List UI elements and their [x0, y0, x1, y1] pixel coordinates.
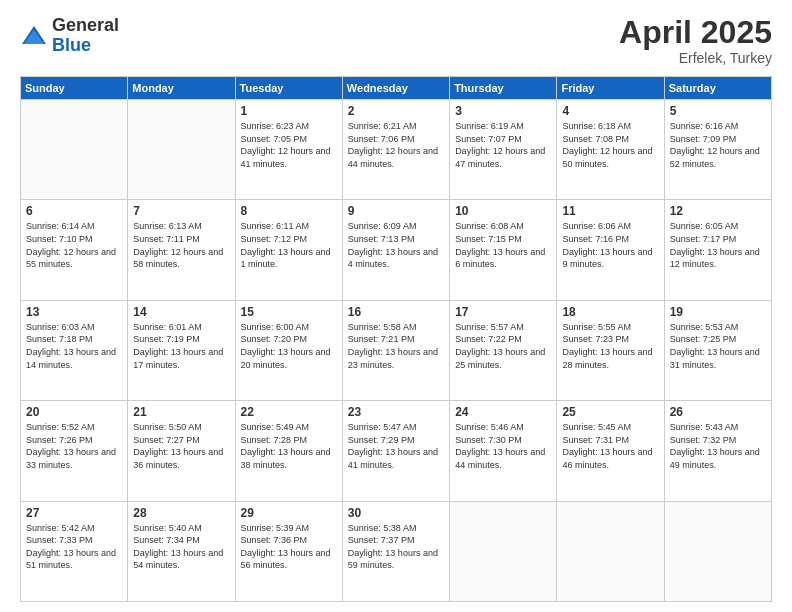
day-info: Sunrise: 5:39 AMSunset: 7:36 PMDaylight:… [241, 522, 337, 572]
header-wednesday: Wednesday [342, 77, 449, 100]
day-number: 18 [562, 305, 658, 319]
day-number: 29 [241, 506, 337, 520]
cell-w2-d7: 12Sunrise: 6:05 AMSunset: 7:17 PMDayligh… [664, 200, 771, 300]
logo-general: General [52, 15, 119, 35]
cell-w4-d6: 25Sunrise: 5:45 AMSunset: 7:31 PMDayligh… [557, 401, 664, 501]
header-thursday: Thursday [450, 77, 557, 100]
day-number: 9 [348, 204, 444, 218]
cell-w2-d2: 7Sunrise: 6:13 AMSunset: 7:11 PMDaylight… [128, 200, 235, 300]
logo-icon [20, 22, 48, 50]
day-number: 30 [348, 506, 444, 520]
cell-w5-d6 [557, 501, 664, 601]
day-number: 19 [670, 305, 766, 319]
cell-w3-d5: 17Sunrise: 5:57 AMSunset: 7:22 PMDayligh… [450, 300, 557, 400]
day-info: Sunrise: 6:08 AMSunset: 7:15 PMDaylight:… [455, 220, 551, 270]
cell-w4-d4: 23Sunrise: 5:47 AMSunset: 7:29 PMDayligh… [342, 401, 449, 501]
cell-w3-d6: 18Sunrise: 5:55 AMSunset: 7:23 PMDayligh… [557, 300, 664, 400]
calendar-page: General Blue April 2025 Erfelek, Turkey … [0, 0, 792, 612]
day-info: Sunrise: 5:50 AMSunset: 7:27 PMDaylight:… [133, 421, 229, 471]
header-sunday: Sunday [21, 77, 128, 100]
cell-w3-d4: 16Sunrise: 5:58 AMSunset: 7:21 PMDayligh… [342, 300, 449, 400]
week-row-5: 27Sunrise: 5:42 AMSunset: 7:33 PMDayligh… [21, 501, 772, 601]
day-info: Sunrise: 6:21 AMSunset: 7:06 PMDaylight:… [348, 120, 444, 170]
cell-w2-d6: 11Sunrise: 6:06 AMSunset: 7:16 PMDayligh… [557, 200, 664, 300]
day-info: Sunrise: 6:09 AMSunset: 7:13 PMDaylight:… [348, 220, 444, 270]
day-number: 6 [26, 204, 122, 218]
day-info: Sunrise: 5:49 AMSunset: 7:28 PMDaylight:… [241, 421, 337, 471]
week-row-4: 20Sunrise: 5:52 AMSunset: 7:26 PMDayligh… [21, 401, 772, 501]
day-number: 12 [670, 204, 766, 218]
day-info: Sunrise: 5:38 AMSunset: 7:37 PMDaylight:… [348, 522, 444, 572]
day-number: 24 [455, 405, 551, 419]
day-number: 17 [455, 305, 551, 319]
cell-w1-d1 [21, 100, 128, 200]
day-info: Sunrise: 6:16 AMSunset: 7:09 PMDaylight:… [670, 120, 766, 170]
cell-w2-d5: 10Sunrise: 6:08 AMSunset: 7:15 PMDayligh… [450, 200, 557, 300]
week-row-3: 13Sunrise: 6:03 AMSunset: 7:18 PMDayligh… [21, 300, 772, 400]
cell-w1-d4: 2Sunrise: 6:21 AMSunset: 7:06 PMDaylight… [342, 100, 449, 200]
day-number: 1 [241, 104, 337, 118]
cell-w3-d3: 15Sunrise: 6:00 AMSunset: 7:20 PMDayligh… [235, 300, 342, 400]
cell-w5-d1: 27Sunrise: 5:42 AMSunset: 7:33 PMDayligh… [21, 501, 128, 601]
day-number: 7 [133, 204, 229, 218]
day-number: 21 [133, 405, 229, 419]
header-friday: Friday [557, 77, 664, 100]
day-info: Sunrise: 6:05 AMSunset: 7:17 PMDaylight:… [670, 220, 766, 270]
day-number: 5 [670, 104, 766, 118]
day-number: 4 [562, 104, 658, 118]
cell-w3-d1: 13Sunrise: 6:03 AMSunset: 7:18 PMDayligh… [21, 300, 128, 400]
weekday-header-row: Sunday Monday Tuesday Wednesday Thursday… [21, 77, 772, 100]
cell-w1-d7: 5Sunrise: 6:16 AMSunset: 7:09 PMDaylight… [664, 100, 771, 200]
week-row-1: 1Sunrise: 6:23 AMSunset: 7:05 PMDaylight… [21, 100, 772, 200]
day-number: 27 [26, 506, 122, 520]
day-info: Sunrise: 6:23 AMSunset: 7:05 PMDaylight:… [241, 120, 337, 170]
day-info: Sunrise: 5:46 AMSunset: 7:30 PMDaylight:… [455, 421, 551, 471]
header: General Blue April 2025 Erfelek, Turkey [20, 16, 772, 66]
calendar-table: Sunday Monday Tuesday Wednesday Thursday… [20, 76, 772, 602]
day-info: Sunrise: 6:06 AMSunset: 7:16 PMDaylight:… [562, 220, 658, 270]
day-number: 22 [241, 405, 337, 419]
cell-w4-d2: 21Sunrise: 5:50 AMSunset: 7:27 PMDayligh… [128, 401, 235, 501]
cell-w4-d5: 24Sunrise: 5:46 AMSunset: 7:30 PMDayligh… [450, 401, 557, 501]
day-info: Sunrise: 5:47 AMSunset: 7:29 PMDaylight:… [348, 421, 444, 471]
day-info: Sunrise: 5:43 AMSunset: 7:32 PMDaylight:… [670, 421, 766, 471]
day-number: 20 [26, 405, 122, 419]
day-number: 16 [348, 305, 444, 319]
day-number: 13 [26, 305, 122, 319]
logo-blue: Blue [52, 35, 91, 55]
day-number: 11 [562, 204, 658, 218]
cell-w2-d3: 8Sunrise: 6:11 AMSunset: 7:12 PMDaylight… [235, 200, 342, 300]
cell-w4-d1: 20Sunrise: 5:52 AMSunset: 7:26 PMDayligh… [21, 401, 128, 501]
cell-w1-d2 [128, 100, 235, 200]
header-tuesday: Tuesday [235, 77, 342, 100]
cell-w4-d7: 26Sunrise: 5:43 AMSunset: 7:32 PMDayligh… [664, 401, 771, 501]
cell-w1-d5: 3Sunrise: 6:19 AMSunset: 7:07 PMDaylight… [450, 100, 557, 200]
day-number: 23 [348, 405, 444, 419]
month-title: April 2025 [619, 16, 772, 48]
cell-w1-d3: 1Sunrise: 6:23 AMSunset: 7:05 PMDaylight… [235, 100, 342, 200]
day-info: Sunrise: 6:01 AMSunset: 7:19 PMDaylight:… [133, 321, 229, 371]
location-title: Erfelek, Turkey [619, 50, 772, 66]
cell-w2-d4: 9Sunrise: 6:09 AMSunset: 7:13 PMDaylight… [342, 200, 449, 300]
day-number: 8 [241, 204, 337, 218]
day-info: Sunrise: 6:18 AMSunset: 7:08 PMDaylight:… [562, 120, 658, 170]
day-number: 2 [348, 104, 444, 118]
day-number: 26 [670, 405, 766, 419]
day-info: Sunrise: 5:53 AMSunset: 7:25 PMDaylight:… [670, 321, 766, 371]
day-info: Sunrise: 5:42 AMSunset: 7:33 PMDaylight:… [26, 522, 122, 572]
day-number: 3 [455, 104, 551, 118]
day-info: Sunrise: 6:11 AMSunset: 7:12 PMDaylight:… [241, 220, 337, 270]
day-info: Sunrise: 5:55 AMSunset: 7:23 PMDaylight:… [562, 321, 658, 371]
header-saturday: Saturday [664, 77, 771, 100]
cell-w2-d1: 6Sunrise: 6:14 AMSunset: 7:10 PMDaylight… [21, 200, 128, 300]
cell-w3-d7: 19Sunrise: 5:53 AMSunset: 7:25 PMDayligh… [664, 300, 771, 400]
day-number: 15 [241, 305, 337, 319]
day-info: Sunrise: 5:40 AMSunset: 7:34 PMDaylight:… [133, 522, 229, 572]
logo-text: General Blue [52, 16, 119, 56]
day-info: Sunrise: 5:57 AMSunset: 7:22 PMDaylight:… [455, 321, 551, 371]
day-info: Sunrise: 6:00 AMSunset: 7:20 PMDaylight:… [241, 321, 337, 371]
day-number: 10 [455, 204, 551, 218]
day-number: 25 [562, 405, 658, 419]
cell-w5-d2: 28Sunrise: 5:40 AMSunset: 7:34 PMDayligh… [128, 501, 235, 601]
day-info: Sunrise: 6:19 AMSunset: 7:07 PMDaylight:… [455, 120, 551, 170]
